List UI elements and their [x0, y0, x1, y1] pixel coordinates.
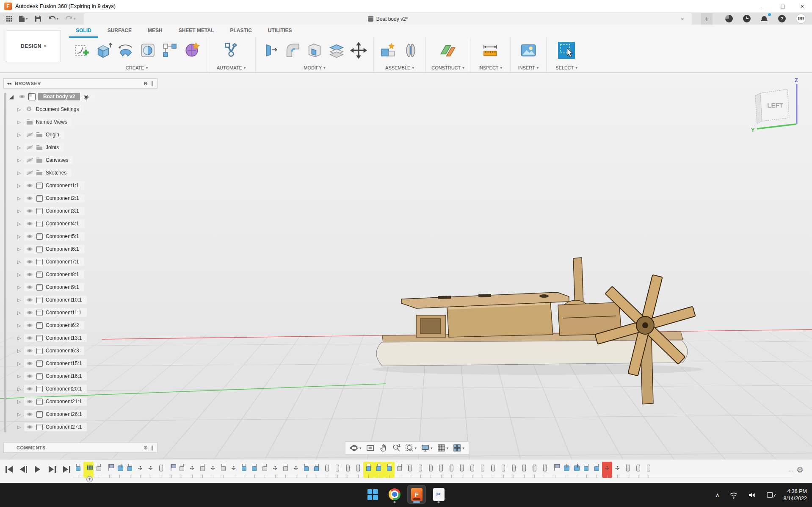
job-status-button[interactable]: [740, 14, 753, 24]
visibility-toggle[interactable]: [26, 309, 33, 316]
ribbon-tab[interactable]: SHEET METAL: [172, 25, 221, 38]
browser-row[interactable]: ▷ Component9:1: [3, 281, 157, 294]
visibility-toggle[interactable]: [26, 360, 33, 367]
timeline-feature[interactable]: [519, 462, 530, 478]
visibility-toggle[interactable]: [26, 385, 33, 392]
browser-row[interactable]: ▷ Component5:1: [3, 230, 157, 243]
browser-row[interactable]: ▷ Component16:1: [3, 370, 157, 382]
expand-icon[interactable]: ▷: [16, 170, 22, 176]
timeline-feature[interactable]: [125, 462, 135, 478]
maximize-button[interactable]: □: [773, 0, 793, 12]
browser-row[interactable]: ▷ Component10:1: [3, 294, 157, 306]
timeline-feature[interactable]: [197, 462, 208, 478]
pan-button[interactable]: [377, 443, 390, 454]
viewports-button[interactable]: ▾: [450, 443, 467, 454]
expand-icon[interactable]: ▷: [16, 374, 22, 379]
node-label[interactable]: Document Settings: [36, 106, 79, 112]
insert-canvas-button[interactable]: [519, 41, 538, 60]
group-label-inspect[interactable]: INSPECT▾: [475, 63, 505, 72]
node-label[interactable]: Component26:1: [46, 411, 82, 417]
group-label-assemble[interactable]: ASSEMBLE▾: [379, 63, 420, 72]
browser-row[interactable]: ▷ Component6:1: [3, 243, 157, 255]
create-form-button[interactable]: [182, 41, 202, 60]
shell-button[interactable]: [305, 41, 324, 60]
visibility-toggle[interactable]: [26, 271, 33, 278]
timeline-feature[interactable]: [342, 462, 353, 478]
visibility-toggle[interactable]: [26, 411, 33, 418]
node-label[interactable]: Component7:1: [46, 259, 79, 265]
timeline-feature[interactable]: [529, 462, 540, 478]
save-button[interactable]: [32, 14, 44, 24]
expand-icon[interactable]: ▷: [16, 285, 22, 290]
zoom-button[interactable]: [390, 443, 403, 454]
group-label-create[interactable]: CREATE▾: [72, 63, 202, 72]
wifi-icon[interactable]: [727, 491, 740, 499]
expand-icon[interactable]: ▷: [16, 196, 22, 201]
look-at-button[interactable]: [364, 443, 377, 454]
visibility-toggle[interactable]: [26, 322, 33, 329]
timeline-feature[interactable]: [73, 462, 83, 478]
expand-icon[interactable]: ▷: [16, 119, 22, 125]
expand-open-icon[interactable]: ◢: [8, 94, 14, 100]
ribbon-tab[interactable]: SURFACE: [101, 25, 138, 38]
browser-row[interactable]: ▷ Component11:1: [3, 306, 157, 319]
timeline-feature[interactable]: [187, 462, 198, 478]
add-comment-icon[interactable]: ⊕: [144, 445, 148, 451]
expand-icon[interactable]: ▷: [16, 272, 22, 277]
pattern-button[interactable]: [160, 41, 180, 60]
fusion-taskbar-button[interactable]: F: [407, 485, 426, 504]
timeline-feature[interactable]: [104, 462, 115, 478]
timeline-feature[interactable]: [83, 462, 94, 478]
timeline-feature[interactable]: [550, 462, 561, 478]
visibility-toggle[interactable]: [26, 220, 33, 227]
timeline-feature[interactable]: [384, 462, 395, 478]
visibility-toggle[interactable]: [19, 93, 26, 100]
ribbon-tab[interactable]: PLASTIC: [223, 25, 258, 38]
new-component-button[interactable]: [379, 41, 398, 60]
timeline-settings-gear-icon[interactable]: ⚙: [794, 465, 806, 475]
node-label[interactable]: Component21:1: [46, 399, 82, 404]
create-sketch-button[interactable]: [72, 41, 91, 60]
timeline-feature[interactable]: [498, 462, 509, 478]
expand-icon[interactable]: ▷: [16, 399, 22, 404]
expand-icon[interactable]: ▷: [16, 145, 22, 150]
expand-icon[interactable]: ▷: [16, 297, 22, 303]
node-label[interactable]: Component20:1: [46, 386, 82, 392]
panel-drag-handle[interactable]: ∥: [151, 81, 154, 86]
browser-row[interactable]: ▷ Component6:2: [3, 319, 157, 332]
browser-row[interactable]: ▷ Component26:1: [3, 408, 157, 421]
visibility-toggle[interactable]: [26, 157, 33, 163]
node-label[interactable]: Component13:1: [46, 335, 82, 341]
taskbar-clock[interactable]: 4:36 PM 8/14/2022: [783, 488, 807, 502]
ribbon-tab[interactable]: MESH: [141, 25, 169, 38]
expand-icon[interactable]: ▷: [16, 348, 22, 354]
new-document-tab-button[interactable]: +: [701, 13, 713, 25]
app-grid-menu-button[interactable]: [3, 14, 14, 24]
timeline-feature[interactable]: [457, 462, 467, 478]
browser-row[interactable]: ▷ Component20:1: [3, 382, 157, 395]
node-label[interactable]: Sketches: [46, 170, 66, 176]
node-label[interactable]: Component6:1: [46, 246, 79, 252]
timeline-playhead-marker[interactable]: +: [86, 476, 93, 482]
revolve-button[interactable]: [138, 41, 157, 60]
timeline-feature[interactable]: [218, 462, 229, 478]
group-label-modify[interactable]: MODIFY▾: [261, 63, 368, 72]
node-label[interactable]: Component1:1: [46, 183, 79, 188]
browser-row[interactable]: ▷ Component8:1: [3, 268, 157, 281]
ribbon-tab[interactable]: UTILITIES: [261, 25, 299, 38]
timeline-feature[interactable]: [623, 462, 633, 478]
expand-icon[interactable]: ▷: [16, 234, 22, 239]
browser-row[interactable]: ▷ Component13:1: [3, 332, 157, 344]
visibility-toggle[interactable]: [26, 335, 33, 341]
step-forward-button[interactable]: [47, 465, 58, 474]
node-label[interactable]: Component6:2: [46, 322, 79, 328]
root-node-label[interactable]: Boat body v2: [38, 93, 80, 100]
move-copy-button[interactable]: [349, 41, 368, 60]
visibility-toggle[interactable]: [26, 233, 33, 240]
expand-icon[interactable]: ▷: [16, 424, 22, 430]
select-button[interactable]: [557, 41, 576, 60]
expand-icon[interactable]: ▷: [16, 386, 22, 392]
timeline-feature[interactable]: [436, 462, 447, 478]
timeline-feature[interactable]: [425, 462, 436, 478]
step-back-button[interactable]: [18, 465, 29, 474]
